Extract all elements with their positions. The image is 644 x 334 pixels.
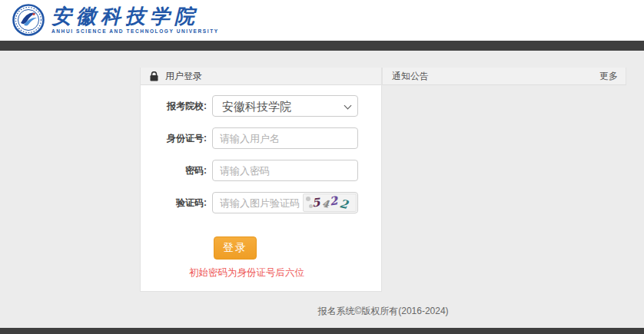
username-input[interactable] bbox=[212, 127, 358, 149]
school-select[interactable]: 安徽科技学院 bbox=[212, 95, 358, 117]
copyright-text: 报名系统©版权所有(2016-2024) bbox=[140, 305, 626, 318]
password-input[interactable] bbox=[212, 160, 358, 181]
form-row-school: 报考院校: 安徽科技学院 bbox=[141, 95, 381, 117]
school-label: 报考院校: bbox=[141, 100, 207, 113]
notice-panel: 通知公告 更多 bbox=[382, 68, 626, 85]
notice-more-link[interactable]: 更多 bbox=[599, 70, 618, 83]
university-name-zh: 安徽科技学院 bbox=[51, 5, 219, 27]
bottom-bar bbox=[0, 328, 644, 334]
login-form: 报考院校: 安徽科技学院 身份证号: 密码: 验证码: bbox=[141, 85, 381, 279]
captcha-image[interactable]: 5 4 2 2 bbox=[303, 193, 357, 212]
login-button[interactable]: 登录 bbox=[214, 236, 257, 260]
captcha-noise-dot bbox=[306, 197, 310, 201]
captcha-char: 2 bbox=[338, 198, 348, 211]
captcha-label: 验证码: bbox=[141, 197, 207, 210]
login-panel-title: 用户登录 bbox=[165, 70, 202, 83]
captcha-char: 5 bbox=[311, 197, 320, 209]
password-label: 密码: bbox=[141, 164, 207, 177]
form-row-password: 密码: bbox=[141, 160, 381, 181]
notice-panel-title: 通知公告 bbox=[392, 70, 429, 83]
university-logo: 安徽科技学院 ANHUI SCIENCE AND TECHNOLOGY UNIV… bbox=[12, 4, 219, 36]
form-row-captcha: 验证码: 5 4 2 2 bbox=[141, 192, 381, 213]
university-emblem-icon bbox=[12, 4, 45, 36]
initial-password-hint: 初始密码为身份证号后六位 bbox=[189, 266, 381, 279]
login-panel-header: 用户登录 bbox=[141, 68, 381, 85]
login-panel: 用户登录 报考院校: 安徽科技学院 身份证号: 密码: 验证码: bbox=[140, 68, 382, 292]
id-number-label: 身份证号: bbox=[141, 132, 207, 145]
lock-icon bbox=[150, 71, 158, 81]
notice-panel-header: 通知公告 更多 bbox=[382, 68, 626, 85]
form-row-id-number: 身份证号: bbox=[141, 127, 381, 149]
top-nav-bar bbox=[0, 41, 644, 51]
site-header: 安徽科技学院 ANHUI SCIENCE AND TECHNOLOGY UNIV… bbox=[0, 0, 644, 41]
university-name-en: ANHUI SCIENCE AND TECHNOLOGY UNIVERSITY bbox=[51, 28, 219, 34]
